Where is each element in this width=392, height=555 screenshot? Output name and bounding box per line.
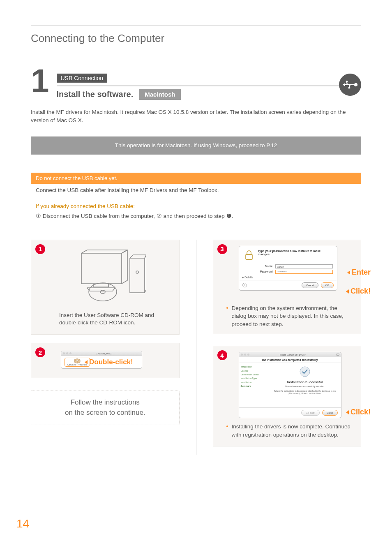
step-marker-2: 2 [35,347,45,357]
step-marker-1: 1 [35,244,45,254]
svg-rect-8 [246,254,252,259]
follow-instructions-note: Follow the instructions on the screen to… [31,391,180,425]
installer-header: The installation was completed successfu… [239,357,341,363]
step-marker-3: 3 [217,244,227,254]
auth-dialog: Type your password to allow Installer to… [239,246,337,291]
installer-sidebar: Introduction License Destination Select … [239,363,269,407]
auth-dialog-msg: Type your password to allow Installer to… [258,250,333,261]
success-note: Follow the instructions in the manual at… [272,390,339,395]
click-callout: Click! [346,287,371,296]
password-field[interactable]: •••••••••• [275,270,333,274]
svg-point-6 [89,283,117,301]
svg-point-5 [136,271,138,273]
lock-icon [243,250,255,261]
step-number: 1 [31,66,49,96]
panel-3: 3 Type your password to allow Installer … [213,240,362,335]
installer-icon-label: Canon MF Printer Ins [67,363,87,366]
computer-illustration [64,248,146,306]
warning-body: Connect the USB cable after installing t… [31,184,361,193]
close-button[interactable]: Close [322,410,337,416]
column-divider [196,240,196,455]
goback-button[interactable]: Go Back [301,410,320,416]
warning-title: Do not connect the USB cable yet. [31,173,361,184]
page-title: Connecting to the Computer [31,32,361,45]
installer-window: Install Canon MF Driver The installation… [239,352,341,418]
password-label: Password: [258,270,274,273]
double-click-callout: Double-click! [85,358,133,366]
platform-badge: Macintosh [139,89,181,100]
success-sub: The software was successfully installed. [272,385,339,388]
platform-banner: This operation is for Macintosh. If usin… [31,136,361,155]
panel-4: 4 Install Canon MF Driver The installati… [213,346,362,446]
name-label: Name: [258,265,274,268]
usb-connection-badge: USB Connection [57,74,108,83]
finder-title: CANON_MAC [73,352,135,355]
check-icon [300,366,310,377]
already-connected-title: If you already connected the USB cable: [36,203,361,209]
help-icon[interactable]: ? [242,283,247,287]
ok-button[interactable]: OK [321,282,334,288]
top-divider [31,25,361,26]
usb-icon [339,74,361,96]
click-callout-4: Click! [346,408,371,416]
already-connected-body: ① Disconnect the USB cable from the comp… [36,213,361,219]
success-title: Installation Successful [272,380,339,384]
enter-callout: Enter [347,268,371,277]
svg-point-2 [346,81,348,82]
page-number: 14 [16,517,29,530]
details-toggle[interactable]: ▸ Details [239,274,337,280]
name-field[interactable]: Canon [275,264,333,268]
panel-1-caption: Insert the User Software CD-ROM and doub… [59,312,172,327]
installer-title: Install Canon MF Driver [251,354,335,356]
svg-rect-3 [348,87,350,88]
install-software-title: Install the software. [57,90,134,99]
cancel-button[interactable]: Cancel [302,282,318,288]
panel-3-note: • Depending on the system environment, t… [226,304,354,328]
panel-2: 2 CANON_MAC Canon [31,343,180,378]
intro-paragraph: Install the MF drivers for Macintosh. It… [31,108,361,125]
step-header: 1 USB Connection Install the software. M… [31,74,361,103]
svg-marker-4 [343,83,345,86]
step-marker-4: 4 [217,350,227,360]
package-icon [74,358,81,363]
panel-1: 1 [31,240,180,335]
panel-4-note: • Installing the drivers is now complete… [226,423,354,439]
